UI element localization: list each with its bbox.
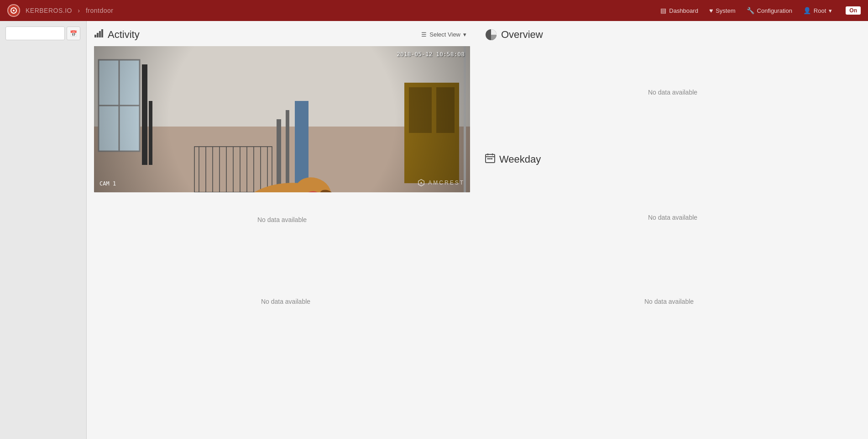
navbar-nav: ▤ Dashboard ♥ System 🔧 Configuration 👤 R… <box>660 6 861 15</box>
svg-rect-4 <box>99 31 101 37</box>
overview-no-data: No data available <box>485 47 861 138</box>
nav-dashboard[interactable]: ▤ Dashboard <box>660 7 698 14</box>
nav-root[interactable]: 👤 Root ▾ <box>803 7 832 14</box>
weekday-no-data: No data available <box>485 172 861 263</box>
pie-icon <box>485 28 497 41</box>
sidebar: 📅 <box>0 21 87 439</box>
layout: 📅 <box>0 21 868 439</box>
user-icon: 👤 <box>803 7 811 14</box>
bottom-row: No data available No data available <box>94 274 861 329</box>
date-input[interactable] <box>5 26 65 40</box>
brand-text: KERBEROS.IO › frontdoor <box>24 7 115 14</box>
date-filter: 📅 <box>5 26 81 40</box>
svg-rect-3 <box>97 33 99 37</box>
main-content: Activity ☰ Select View ▾ 2018-05-12 10:5… <box>87 21 868 439</box>
bottom-left-no-data: No data available <box>94 274 477 329</box>
weekday-calendar-icon <box>485 153 496 166</box>
activity-title: Activity <box>94 28 140 41</box>
select-view-button[interactable]: ☰ Select View ▾ <box>418 29 470 40</box>
activity-header: Activity ☰ Select View ▾ <box>94 28 470 41</box>
menu-icon: ☰ <box>421 31 427 38</box>
logo <box>7 4 20 17</box>
nav-system[interactable]: ♥ System <box>709 7 736 14</box>
svg-rect-2 <box>94 35 96 37</box>
bottom-right-no-data: No data available <box>477 274 861 329</box>
weekday-section: Weekday No data available <box>477 145 861 270</box>
camera-timestamp: 2018-05-12 10:58:08 <box>397 51 465 58</box>
camera-label: CAM 1 <box>99 180 116 187</box>
calendar-button[interactable]: 📅 <box>67 26 80 40</box>
overview-header: Overview <box>485 28 861 41</box>
svg-rect-14 <box>489 158 491 159</box>
right-column: Overview No data available <box>477 28 861 270</box>
logo-icon <box>10 7 17 14</box>
camera-canvas <box>94 46 470 192</box>
dropdown-arrow: ▾ <box>463 31 466 38</box>
bars-icon <box>94 28 104 41</box>
svg-rect-13 <box>487 158 489 159</box>
calendar-svg <box>485 153 496 164</box>
weekday-header: Weekday <box>485 153 861 166</box>
navbar: KERBEROS.IO › frontdoor ▤ Dashboard ♥ Sy… <box>0 0 868 21</box>
nav-configuration[interactable]: 🔧 Configuration <box>747 7 792 14</box>
svg-point-7 <box>421 182 423 184</box>
brand[interactable]: KERBEROS.IO › frontdoor <box>7 4 115 17</box>
activity-no-data: No data available <box>94 192 470 247</box>
overview-section: Overview No data available <box>477 28 861 145</box>
chart-icon: ▤ <box>660 7 666 14</box>
svg-rect-15 <box>491 158 492 159</box>
amcrest-hex-icon <box>417 179 425 187</box>
camera-feed: 2018-05-12 10:58:08 CAM 1 AMCREST <box>94 46 470 192</box>
dropdown-chevron: ▾ <box>829 7 832 14</box>
svg-point-1 <box>13 10 15 11</box>
amcrest-logo: AMCREST <box>417 179 465 187</box>
on-badge: On <box>846 6 861 15</box>
heart-icon: ♥ <box>709 7 713 14</box>
main-grid: Activity ☰ Select View ▾ 2018-05-12 10:5… <box>94 28 861 270</box>
wrench-icon: 🔧 <box>747 7 754 14</box>
calendar-icon: 📅 <box>70 30 77 37</box>
svg-rect-5 <box>101 29 103 37</box>
activity-section: Activity ☰ Select View ▾ 2018-05-12 10:5… <box>94 28 477 270</box>
